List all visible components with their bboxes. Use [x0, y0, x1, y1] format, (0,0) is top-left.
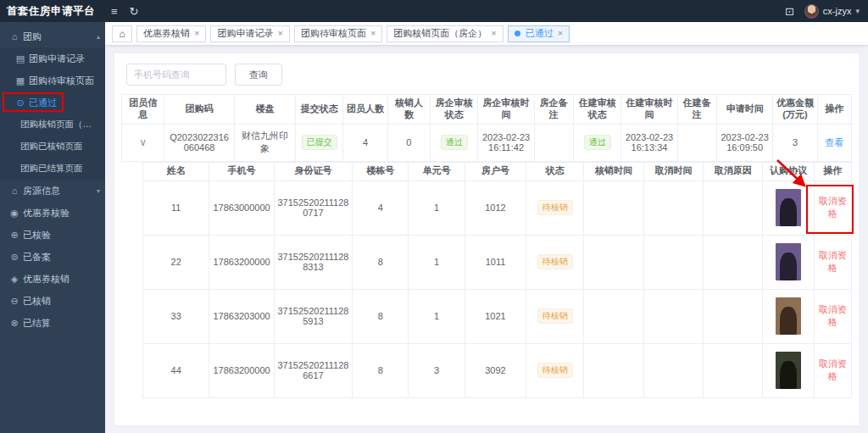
sidebar-item-verified[interactable]: ⊕ 已核验 — [0, 224, 105, 246]
view-link[interactable]: 查看 — [825, 137, 843, 147]
purchase-agreement-photo[interactable] — [776, 189, 801, 226]
building-icon: ⌂ — [8, 31, 20, 42]
app-title: 首套住房申请平台 — [0, 4, 105, 19]
close-icon[interactable]: × — [491, 29, 496, 38]
main-area: ⌂ 优惠券核销 × 团购申请记录 × 团购待审核页面 × 团购核销页面（房企） … — [105, 22, 868, 433]
group-purchase-table: 团员信息 团购码 楼盘 提交状态 团员人数 核销人数 房企审核状态 房企审核时间… — [121, 94, 852, 162]
coupon-verify-icon: ◉ — [8, 208, 20, 219]
home-icon: ⌂ — [8, 186, 20, 196]
close-icon[interactable]: × — [370, 29, 376, 38]
search-button[interactable]: 查询 — [235, 64, 282, 86]
caret-down-icon[interactable]: ▾ — [855, 7, 860, 15]
status-badge: 待核销 — [537, 254, 573, 269]
cancel-qualification-link[interactable]: 取消资格 — [819, 304, 847, 327]
table-row: ∨ Q2023022316060468 财信九州印象 已提交 4 0 通过 20… — [122, 124, 852, 161]
settled-icon: ⊗ — [8, 318, 20, 329]
grid-icon: ▦ — [14, 75, 26, 86]
sidebar-item-pending-review[interactable]: ▦ 团购待审核页面 — [0, 69, 105, 92]
tab-writeoff-page-developer[interactable]: 团购核销页面（房企） × — [387, 25, 503, 42]
cancel-qualification-link[interactable]: 取消资格 — [819, 250, 847, 273]
housing-audit-time-cell: 2023-02-23 16:13:34 — [621, 124, 677, 161]
sidebar-item-written-off-page[interactable]: 团购已核销页面 — [0, 136, 105, 158]
home-tab-icon[interactable]: ⌂ — [112, 25, 132, 42]
purchase-agreement-photo[interactable] — [776, 352, 801, 389]
verified-count-cell: 0 — [387, 124, 430, 161]
username-label: cx-jzyx — [823, 6, 852, 16]
content-card: 查询 团员信息 团购码 — [114, 53, 860, 426]
fullscreen-icon[interactable]: ⊡ — [785, 6, 794, 17]
purchase-agreement-photo[interactable] — [776, 297, 801, 335]
member-row: 33 17863203000 371525202111285913 8 1 10… — [143, 289, 852, 343]
refresh-icon[interactable]: ↻ — [130, 6, 139, 17]
close-icon[interactable]: × — [558, 29, 563, 38]
status-badge: 待核销 — [537, 363, 573, 378]
user-avatar[interactable] — [804, 4, 819, 19]
photo-figure — [780, 361, 796, 389]
sidebar-item-written-off[interactable]: ⊖ 已核销 — [0, 290, 105, 312]
top-header: 首套住房申请平台 ≡ ↻ ⊡ cx-jzyx ▾ — [0, 0, 868, 22]
tab-coupon-writeoff[interactable]: 优惠券核销 × — [136, 25, 206, 42]
phone-search-input[interactable] — [126, 64, 226, 86]
sidebar-item-settled-page[interactable]: 团购已结算页面 — [0, 158, 105, 180]
cancel-qualification-link[interactable]: 取消资格 — [819, 196, 847, 219]
chevron-up-icon: ▴ — [97, 33, 100, 41]
table-header-row: 团员信息 团购码 楼盘 提交状态 团员人数 核销人数 房企审核状态 房企审核时间… — [122, 95, 852, 125]
sidebar-item-filed[interactable]: ⊜ 已备案 — [0, 246, 105, 268]
coupon-writeoff-icon: ◈ — [8, 274, 20, 285]
group-code-cell: Q2023022316060468 — [164, 124, 234, 161]
tab-pending-review[interactable]: 团购待审核页面 × — [294, 25, 382, 42]
close-icon[interactable]: × — [194, 29, 199, 38]
developer-audit-status-badge: 通过 — [441, 135, 468, 150]
search-toolbar: 查询 — [126, 64, 847, 86]
status-badge: 待核销 — [537, 308, 573, 324]
sidebar-item-housing-info[interactable]: ⌂ 房源信息 ▾ — [0, 180, 105, 202]
housing-remark-cell — [677, 124, 716, 161]
estate-cell: 财信九州印象 — [234, 124, 295, 161]
member-table: 姓名 手机号 身份证号 楼栋号 单元号 房户号 状态 核销时间 取消时间 取 — [142, 162, 852, 398]
tabs-bar: ⌂ 优惠券核销 × 团购申请记录 × 团购待审核页面 × 团购核销页面（房企） … — [105, 22, 868, 46]
member-row: 22 17863200000 371525202111288313 8 1 10… — [143, 235, 852, 289]
member-count-cell: 4 — [343, 124, 387, 161]
developer-remark-cell — [534, 124, 573, 161]
developer-audit-time-cell: 2023-02-23 16:11:42 — [478, 124, 534, 161]
photo-figure — [780, 253, 796, 280]
housing-audit-status-badge: 通过 — [584, 135, 611, 150]
member-table-header-row: 姓名 手机号 身份证号 楼栋号 单元号 房户号 状态 核销时间 取消时间 取 — [143, 162, 852, 180]
filed-icon: ⊜ — [8, 252, 20, 263]
app-window: 首套住房申请平台 ≡ ↻ ⊡ cx-jzyx ▾ ⌂ 团购 ▴ ▤ 团购申请记录… — [0, 0, 868, 433]
sidebar-item-coupon-writeoff[interactable]: ◈ 优惠券核销 — [0, 268, 105, 290]
member-row: 44 17863200000 371525202111286617 8 3 30… — [143, 343, 852, 397]
discount-amount-cell: 3 — [773, 124, 817, 161]
sidebar-item-application-records[interactable]: ▤ 团购申请记录 — [0, 47, 105, 69]
apply-time-cell: 2023-02-23 16:09:50 — [716, 124, 772, 161]
collapse-row-icon[interactable]: ∨ — [139, 136, 147, 148]
photo-figure — [780, 307, 796, 335]
verified-icon: ⊕ — [8, 230, 20, 241]
sidebar: ⌂ 团购 ▴ ▤ 团购申请记录 ▦ 团购待审核页面 ⊙ 已通过 团购核销页面（房… — [0, 22, 105, 433]
sidebar-item-settled[interactable]: ⊗ 已结算 — [0, 312, 105, 334]
sidebar-item-group-purchase[interactable]: ⌂ 团购 ▴ — [0, 25, 105, 47]
cancel-qualification-link[interactable]: 取消资格 — [819, 358, 847, 381]
submit-status-badge: 已提交 — [302, 135, 337, 150]
tab-application-records[interactable]: 团购申请记录 × — [210, 25, 289, 42]
written-off-icon: ⊖ — [8, 296, 20, 307]
purchase-agreement-photo[interactable] — [776, 243, 801, 280]
sidebar-item-approved[interactable]: ⊙ 已通过 — [0, 92, 105, 114]
member-row: 11 17863000000 371525202111280717 4 1 10… — [143, 180, 852, 235]
sidebar-item-writeoff-page-developer[interactable]: 团购核销页面（房企） — [0, 114, 105, 136]
circle-check-icon: ⊙ — [14, 97, 26, 108]
records-icon: ▤ — [14, 53, 26, 64]
photo-figure — [780, 198, 796, 226]
content-area: 查询 团员信息 团购码 — [105, 46, 868, 433]
sidebar-item-coupon-verify[interactable]: ◉ 优惠券核验 — [0, 202, 105, 224]
hamburger-icon[interactable]: ≡ — [111, 6, 118, 17]
expanded-member-section: 姓名 手机号 身份证号 楼栋号 单元号 房户号 状态 核销时间 取消时间 取 — [142, 162, 852, 398]
header-right: ⊡ cx-jzyx ▾ — [779, 4, 868, 19]
chevron-down-icon: ▾ — [97, 187, 100, 195]
close-icon[interactable]: × — [277, 29, 282, 38]
tab-approved[interactable]: 已通过 × — [508, 25, 570, 42]
status-badge: 待核销 — [537, 200, 573, 215]
